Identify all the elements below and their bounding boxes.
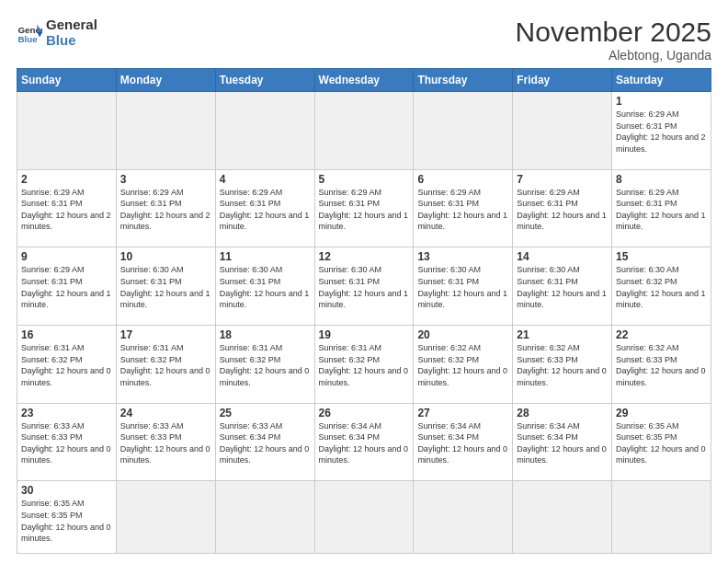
day-number: 17 [120, 328, 211, 341]
day-info: Sunrise: 6:32 AM Sunset: 6:32 PM Dayligh… [417, 342, 508, 388]
calendar-cell: 20Sunrise: 6:32 AM Sunset: 6:32 PM Dayli… [414, 326, 513, 404]
calendar-cell [215, 92, 314, 170]
calendar-cell: 28Sunrise: 6:34 AM Sunset: 6:34 PM Dayli… [513, 403, 612, 481]
calendar-cell [513, 481, 612, 554]
day-number: 10 [120, 250, 211, 263]
day-info: Sunrise: 6:30 AM Sunset: 6:31 PM Dayligh… [220, 264, 311, 310]
day-number: 12 [319, 250, 410, 263]
day-info: Sunrise: 6:32 AM Sunset: 6:33 PM Dayligh… [616, 342, 707, 388]
day-info: Sunrise: 6:31 AM Sunset: 6:32 PM Dayligh… [220, 342, 311, 388]
day-info: Sunrise: 6:34 AM Sunset: 6:34 PM Dayligh… [319, 420, 410, 466]
day-number: 5 [319, 173, 410, 186]
location-label: Alebtong, Uganda [516, 48, 711, 63]
calendar-cell: 4Sunrise: 6:29 AM Sunset: 6:31 PM Daylig… [215, 169, 314, 247]
day-info: Sunrise: 6:32 AM Sunset: 6:33 PM Dayligh… [517, 342, 608, 388]
day-number: 8 [616, 173, 707, 186]
day-info: Sunrise: 6:29 AM Sunset: 6:31 PM Dayligh… [21, 187, 112, 233]
col-friday: Friday [513, 69, 612, 92]
calendar-cell: 1Sunrise: 6:29 AM Sunset: 6:31 PM Daylig… [612, 92, 711, 170]
day-number: 1 [616, 95, 707, 108]
title-block: November 2025 Alebtong, Uganda [516, 17, 711, 63]
day-number: 7 [517, 173, 608, 186]
day-info: Sunrise: 6:30 AM Sunset: 6:31 PM Dayligh… [120, 264, 211, 310]
day-number: 18 [220, 328, 311, 341]
calendar-cell [314, 481, 414, 554]
calendar-cell: 14Sunrise: 6:30 AM Sunset: 6:31 PM Dayli… [513, 247, 612, 326]
calendar-cell: 10Sunrise: 6:30 AM Sunset: 6:31 PM Dayli… [116, 247, 215, 326]
day-info: Sunrise: 6:29 AM Sunset: 6:31 PM Dayligh… [319, 187, 410, 233]
day-number: 26 [319, 407, 410, 419]
month-year-title: November 2025 [516, 17, 711, 48]
day-number: 23 [21, 407, 112, 419]
day-info: Sunrise: 6:31 AM Sunset: 6:32 PM Dayligh… [319, 342, 410, 388]
calendar-cell [17, 92, 117, 170]
calendar-cell: 18Sunrise: 6:31 AM Sunset: 6:32 PM Dayli… [215, 326, 314, 404]
day-number: 22 [616, 328, 707, 341]
day-number: 6 [417, 173, 508, 186]
calendar-table: Sunday Monday Tuesday Wednesday Thursday… [17, 68, 711, 554]
calendar-cell: 11Sunrise: 6:30 AM Sunset: 6:31 PM Dayli… [215, 247, 314, 326]
day-number: 28 [517, 407, 608, 419]
col-saturday: Saturday [612, 69, 711, 92]
calendar-cell: 27Sunrise: 6:34 AM Sunset: 6:34 PM Dayli… [414, 403, 513, 481]
calendar-cell: 9Sunrise: 6:29 AM Sunset: 6:31 PM Daylig… [17, 247, 117, 326]
day-info: Sunrise: 6:33 AM Sunset: 6:34 PM Dayligh… [220, 420, 311, 466]
calendar-cell: 22Sunrise: 6:32 AM Sunset: 6:33 PM Dayli… [612, 326, 711, 404]
col-tuesday: Tuesday [215, 69, 314, 92]
calendar-cell: 17Sunrise: 6:31 AM Sunset: 6:32 PM Dayli… [116, 326, 215, 404]
day-number: 14 [517, 250, 608, 263]
calendar-cell: 12Sunrise: 6:30 AM Sunset: 6:31 PM Dayli… [314, 247, 414, 326]
day-info: Sunrise: 6:30 AM Sunset: 6:31 PM Dayligh… [319, 264, 410, 310]
day-number: 3 [120, 173, 211, 186]
day-info: Sunrise: 6:35 AM Sunset: 6:35 PM Dayligh… [616, 420, 707, 466]
calendar-cell [513, 92, 612, 170]
calendar-cell: 15Sunrise: 6:30 AM Sunset: 6:32 PM Dayli… [612, 247, 711, 326]
calendar-cell: 25Sunrise: 6:33 AM Sunset: 6:34 PM Dayli… [215, 403, 314, 481]
calendar-cell: 21Sunrise: 6:32 AM Sunset: 6:33 PM Dayli… [513, 326, 612, 404]
day-info: Sunrise: 6:29 AM Sunset: 6:31 PM Dayligh… [417, 187, 508, 233]
day-info: Sunrise: 6:34 AM Sunset: 6:34 PM Dayligh… [517, 420, 608, 466]
logo-blue: Blue [46, 32, 97, 48]
calendar-cell: 26Sunrise: 6:34 AM Sunset: 6:34 PM Dayli… [314, 403, 414, 481]
day-info: Sunrise: 6:29 AM Sunset: 6:31 PM Dayligh… [21, 264, 112, 310]
day-info: Sunrise: 6:30 AM Sunset: 6:32 PM Dayligh… [616, 264, 707, 310]
calendar-cell [215, 481, 314, 554]
day-info: Sunrise: 6:29 AM Sunset: 6:31 PM Dayligh… [220, 187, 311, 233]
calendar-cell: 5Sunrise: 6:29 AM Sunset: 6:31 PM Daylig… [314, 169, 414, 247]
day-number: 27 [417, 407, 508, 419]
day-info: Sunrise: 6:33 AM Sunset: 6:33 PM Dayligh… [21, 420, 112, 466]
day-number: 2 [21, 173, 112, 186]
calendar-cell [314, 92, 414, 170]
day-number: 4 [220, 173, 311, 186]
day-info: Sunrise: 6:34 AM Sunset: 6:34 PM Dayligh… [417, 420, 508, 466]
day-info: Sunrise: 6:29 AM Sunset: 6:31 PM Dayligh… [120, 187, 211, 233]
day-info: Sunrise: 6:35 AM Sunset: 6:35 PM Dayligh… [21, 498, 112, 544]
day-info: Sunrise: 6:33 AM Sunset: 6:33 PM Dayligh… [120, 420, 211, 466]
day-number: 25 [220, 407, 311, 419]
day-number: 20 [417, 328, 508, 341]
calendar-cell: 13Sunrise: 6:30 AM Sunset: 6:31 PM Dayli… [414, 247, 513, 326]
day-info: Sunrise: 6:29 AM Sunset: 6:31 PM Dayligh… [616, 187, 707, 233]
col-thursday: Thursday [414, 69, 513, 92]
calendar-cell [414, 481, 513, 554]
calendar-header-row: Sunday Monday Tuesday Wednesday Thursday… [17, 69, 711, 92]
col-wednesday: Wednesday [314, 69, 414, 92]
day-info: Sunrise: 6:31 AM Sunset: 6:32 PM Dayligh… [21, 342, 112, 388]
day-info: Sunrise: 6:29 AM Sunset: 6:31 PM Dayligh… [616, 109, 707, 155]
calendar-cell [612, 481, 711, 554]
col-monday: Monday [116, 69, 215, 92]
calendar-cell [414, 92, 513, 170]
day-info: Sunrise: 6:31 AM Sunset: 6:32 PM Dayligh… [120, 342, 211, 388]
day-info: Sunrise: 6:30 AM Sunset: 6:31 PM Dayligh… [517, 264, 608, 310]
calendar-cell [116, 481, 215, 554]
day-info: Sunrise: 6:29 AM Sunset: 6:31 PM Dayligh… [517, 187, 608, 233]
day-number: 19 [319, 328, 410, 341]
calendar-cell: 29Sunrise: 6:35 AM Sunset: 6:35 PM Dayli… [612, 403, 711, 481]
day-info: Sunrise: 6:30 AM Sunset: 6:31 PM Dayligh… [417, 264, 508, 310]
logo-general: General [46, 17, 97, 32]
calendar-cell: 23Sunrise: 6:33 AM Sunset: 6:33 PM Dayli… [17, 403, 117, 481]
calendar-cell: 3Sunrise: 6:29 AM Sunset: 6:31 PM Daylig… [116, 169, 215, 247]
day-number: 13 [417, 250, 508, 263]
calendar-cell: 19Sunrise: 6:31 AM Sunset: 6:32 PM Dayli… [314, 326, 414, 404]
col-sunday: Sunday [17, 69, 117, 92]
